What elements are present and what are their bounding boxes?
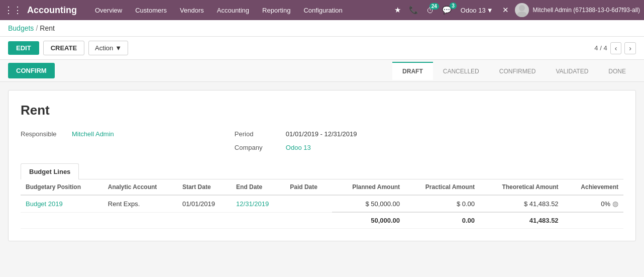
status-bar: CONFIRM DRAFT CANCELLED CONFIRMED VALIDA… [0,60,644,82]
col-practical-amount: Practical Amount [405,179,480,195]
status-done[interactable]: DONE [598,62,636,80]
clock-badge: 24 [430,3,439,10]
clock-icon[interactable]: ⏱ 24 [424,5,436,16]
footer-planned-total: 50,000.00 [332,212,405,229]
breadcrumb-current: Rent [40,24,55,32]
col-paid-date: Paid Date [285,179,332,195]
circle-icon: ◍ [612,200,618,208]
tabs: Budget Lines [21,163,623,179]
col-planned-amount: Planned Amount [332,179,405,195]
chat-badge: 3 [450,3,457,9]
col-end-date: End Date [231,179,285,195]
breadcrumb: Budgets / Rent [0,20,644,37]
action-button[interactable]: Action ▼ [88,41,128,55]
app-grid-icon[interactable]: ⋮⋮ [4,5,22,16]
responsible-row: Responsible Mitchell Admin [21,130,114,138]
company-row: Company Odoo 13 [235,144,357,151]
footer-practical-total: 0.00 [405,212,480,229]
period-row: Period 01/01/2019 - 12/31/2019 [235,130,357,138]
period-value: 01/01/2019 - 12/31/2019 [286,130,357,138]
app-title: Accounting [27,5,77,16]
form-fields: Responsible Mitchell Admin Period 01/01/… [21,130,623,151]
footer-theoretical-total: 41,483.52 [480,212,564,229]
chat-icon[interactable]: 💬 3 [440,5,454,16]
status-cancelled[interactable]: CANCELLED [433,62,489,80]
star-icon[interactable]: ★ [392,5,403,16]
period-label: Period [235,130,280,138]
company-value[interactable]: Odoo 13 [286,144,311,151]
main-content: Rent Responsible Mitchell Admin Period 0… [0,82,644,277]
table-row: Budget 2019 Rent Exps. 01/01/2019 12/31/… [21,195,623,212]
close-icon[interactable]: ✕ [500,5,511,16]
cell-end-date: 12/31/2019 [231,195,285,212]
table-footer-row: 50,000.00 0.00 41,483.52 [21,212,623,229]
cell-budgetary-position[interactable]: Budget 2019 [21,195,103,212]
company-label: Company [235,144,280,151]
status-validated[interactable]: VALIDATED [546,62,598,80]
col-achievement: Achievement [564,179,623,195]
create-button[interactable]: CREATE [43,41,84,55]
breadcrumb-parent[interactable]: Budgets [8,24,34,32]
responsible-label: Responsible [21,130,66,138]
nav-item-overview[interactable]: Overview [89,5,128,16]
pager-prev-button[interactable]: ‹ [610,42,622,54]
nav-item-reporting[interactable]: Reporting [256,5,296,16]
avatar [515,3,529,17]
left-fields: Responsible Mitchell Admin [21,130,114,151]
cell-practical-amount: $ 0.00 [405,195,480,212]
cell-planned-amount: $ 50,000.00 [332,195,405,212]
cell-achievement: 0% ◍ [564,195,623,212]
toolbar: EDIT CREATE Action ▼ 4 / 4 ‹ › [0,37,644,60]
cell-start-date: 01/01/2019 [177,195,231,212]
pager: 4 / 4 ‹ › [594,42,636,54]
budget-table: Budgetary Position Analytic Account Star… [21,179,623,229]
pager-info: 4 / 4 [594,44,607,52]
confirm-button[interactable]: CONFIRM [8,63,55,78]
phone-icon[interactable]: 📞 [407,5,420,16]
form-card: Rent Responsible Mitchell Admin Period 0… [8,90,636,241]
odoo-version-selector[interactable]: Odoo 13 ▼ [458,6,496,15]
pager-next-button[interactable]: › [624,42,636,54]
col-budgetary-position: Budgetary Position [21,179,103,195]
tab-budget-lines[interactable]: Budget Lines [21,163,79,179]
status-steps: DRAFT CANCELLED CONFIRMED VALIDATED DONE [392,62,636,80]
status-confirmed[interactable]: CONFIRMED [489,62,546,80]
cell-theoretical-amount: $ 41,483.52 [480,195,564,212]
breadcrumb-separator: / [36,24,38,32]
svg-point-0 [519,5,525,11]
nav-item-configuration[interactable]: Configuration [297,5,348,16]
nav-item-customers[interactable]: Customers [129,5,173,16]
edit-button[interactable]: EDIT [8,41,39,55]
nav-item-vendors[interactable]: Vendors [174,5,210,16]
responsible-value[interactable]: Mitchell Admin [72,130,114,138]
col-start-date: Start Date [177,179,231,195]
top-navigation: ⋮⋮ Accounting Overview Customers Vendors… [0,0,644,20]
svg-point-1 [517,12,527,17]
form-title: Rent [21,103,623,118]
col-analytic-account: Analytic Account [103,179,177,195]
nav-menu: Overview Customers Vendors Accounting Re… [89,5,390,16]
cell-paid-date [285,195,332,212]
right-fields: Period 01/01/2019 - 12/31/2019 Company O… [235,130,357,151]
user-name[interactable]: Mitchell Admin (671388-13-0-6d7f93-all) [533,7,640,14]
status-draft[interactable]: DRAFT [392,62,433,80]
chevron-down-icon: ▼ [115,44,122,52]
nav-item-accounting[interactable]: Accounting [211,5,255,16]
cell-analytic-account: Rent Exps. [103,195,177,212]
col-theoretical-amount: Theoretical Amount [480,179,564,195]
nav-right: ★ 📞 ⏱ 24 💬 3 Odoo 13 ▼ ✕ Mitchell Admin … [392,3,640,17]
